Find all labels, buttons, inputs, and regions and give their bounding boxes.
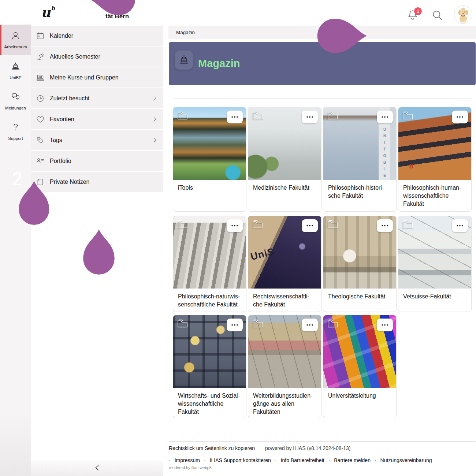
card-title: iTools	[173, 180, 246, 196]
separator: ·	[375, 457, 376, 463]
repository-chip	[175, 51, 193, 70]
notification-badge: 1	[414, 7, 422, 15]
sidebar-item-meine-kurse[interactable]: Meine Kurse und Gruppen	[31, 67, 163, 88]
footer-link-support[interactable]: ILIAS Support kontaktieren	[210, 457, 271, 463]
unibe-logo[interactable]: ub	[41, 4, 55, 20]
actions-menu-button[interactable]	[377, 319, 393, 331]
ellipsis-icon	[231, 223, 239, 228]
sidebar-item-portfolio[interactable]: Portfolio	[31, 151, 163, 171]
actions-menu-button[interactable]	[452, 111, 468, 123]
card-title: Universitätsleitung	[323, 388, 396, 404]
repo-card-rechtswissenschaftliche[interactable]: UniS Rechtswissenschaftliche Fakultät	[248, 216, 321, 312]
footer-link-nutzungsvereinbarung[interactable]: Nutzungsvereinbarung	[380, 457, 432, 463]
ellipsis-icon	[381, 322, 389, 328]
ellipsis-icon	[306, 223, 314, 228]
folder-icon	[177, 319, 188, 328]
repo-card-itools[interactable]: iTools	[173, 107, 246, 212]
card-image	[173, 216, 246, 289]
rail-item-meldungen[interactable]: Meldungen	[0, 86, 31, 116]
permalink-link[interactable]: Rechtsklick um Seitenlink zu kopieren	[169, 445, 255, 452]
chevron-left-icon	[93, 464, 101, 473]
card-title: Weiterbildungsstudiengänge aus allen Fak…	[248, 388, 321, 418]
actions-menu-button[interactable]	[302, 219, 318, 232]
logo-b-sup: b	[51, 5, 55, 12]
card-image	[398, 216, 471, 289]
question-mark-icon	[11, 122, 21, 134]
footer-links: · Impressum · ILIAS Support kontaktieren…	[169, 457, 432, 463]
actions-menu-button[interactable]	[227, 219, 243, 232]
repo-card-phil-historische[interactable]: UNITOBLER Philosophisch-historische Faku…	[323, 107, 397, 212]
powered-by-text: powered by ILIAS (v8.14 2024-08-13)	[265, 445, 350, 451]
repo-card-weiterbildung[interactable]: Weiterbildungsstudiengänge aus allen Fak…	[248, 315, 321, 418]
university-building-icon	[178, 54, 190, 67]
sidebar-item-aktuelles-semester[interactable]: Aktuelles Semester	[31, 47, 163, 67]
workspace-person-icon	[11, 31, 21, 42]
actions-menu-button[interactable]	[377, 219, 393, 232]
bell-icon	[406, 17, 419, 22]
desk-lamp-icon	[36, 52, 45, 61]
actions-menu-button[interactable]	[227, 111, 243, 123]
sidebar-item-private-notizen[interactable]: Private Notizen	[31, 172, 163, 192]
footer-link-barriere-melden[interactable]: Barriere melden	[334, 457, 371, 463]
repo-card-vetsuisse[interactable]: Vetsuisse-Fakultät	[398, 216, 472, 312]
chat-bubbles-icon	[11, 92, 21, 103]
repo-card-theologische[interactable]: Theologische Fakultät	[323, 216, 397, 312]
sidebar-item-zuletzt-besucht[interactable]: Zuletzt besucht	[31, 88, 163, 108]
card-title: Philosophisch-historische Fakultät	[323, 180, 396, 204]
actions-menu-button[interactable]	[302, 111, 318, 123]
card-title: Wirtschafts- und Sozialwissenschaftliche…	[173, 388, 246, 418]
actions-menu-button[interactable]	[377, 111, 393, 123]
note-icon	[36, 178, 45, 186]
user-avatar[interactable]	[454, 5, 473, 24]
actions-menu-button[interactable]	[452, 219, 468, 232]
logo-u: u	[41, 4, 51, 20]
repo-card-wirtschafts[interactable]: Wirtschafts- und Sozialwissenschaftliche…	[173, 315, 246, 418]
sidebar-panel: Kalender Aktuelles Semester Meine Kurse …	[31, 24, 163, 476]
separator: ·	[328, 457, 330, 463]
rendered-by-text: rendered by ilias-webp5	[169, 465, 212, 470]
repo-card-phil-naturwis[interactable]: Philosophisch-naturwissenschaftliche Fak…	[173, 216, 246, 312]
sidebar-item-tags[interactable]: Tags	[31, 130, 163, 150]
rail-item-support[interactable]: Support	[0, 116, 31, 146]
chevron-right-icon	[152, 95, 158, 101]
footer-link-barrierefreiheit[interactable]: Info Barrierefreiheit	[281, 457, 324, 463]
actions-menu-button[interactable]	[227, 319, 243, 331]
folder-icon	[327, 319, 338, 328]
sidebar-item-kalender[interactable]: Kalender	[31, 26, 163, 46]
card-image: UniS	[248, 216, 321, 289]
rail-item-unibe[interactable]: UniBE	[0, 56, 31, 85]
card-image: UNITOBLER	[323, 107, 396, 180]
courses-groups-icon	[36, 73, 45, 82]
chevron-right-icon	[152, 116, 158, 122]
tag-icon	[36, 136, 45, 145]
card-image	[248, 315, 321, 388]
repo-card-universitaetsleitung[interactable]: Universitätsleitung	[323, 315, 397, 418]
card-row-3: Wirtschafts- und Sozialwissenschaftliche…	[173, 315, 397, 418]
footer-link-impressum[interactable]: Impressum	[175, 457, 200, 463]
ellipsis-icon	[231, 114, 239, 120]
separator: ·	[275, 457, 277, 463]
page-banner: Magazin	[169, 42, 476, 85]
rail-item-arbeitsraum[interactable]: Arbeitsraum	[0, 25, 31, 55]
card-title: Theologische Fakultät	[323, 289, 396, 305]
search-icon	[431, 17, 444, 23]
repo-card-medizinische[interactable]: Medizinische Fakultät	[248, 107, 321, 212]
card-title: Rechtswissenschaftliche Fakultät	[248, 289, 321, 312]
building-lettering: UniS	[249, 246, 275, 263]
sidebar-collapse-button[interactable]	[31, 460, 163, 476]
repo-card-phil-human[interactable]: 8 Philosophisch-humanwissenschaftliche F…	[398, 107, 472, 212]
portfolio-icon	[36, 157, 45, 166]
ellipsis-icon	[456, 114, 464, 120]
clock-icon	[36, 94, 45, 103]
card-title: Philosophisch-naturwissenschaftliche Fak…	[173, 289, 246, 312]
card-image	[173, 315, 246, 388]
search-button[interactable]	[431, 9, 445, 23]
folder-icon	[252, 111, 263, 120]
top-header: ub tät Bern 1	[0, 0, 476, 24]
ellipsis-icon	[231, 322, 239, 328]
university-building-icon	[11, 62, 21, 73]
ellipsis-icon	[381, 223, 389, 228]
folder-icon	[402, 111, 413, 120]
actions-menu-button[interactable]	[302, 319, 318, 331]
sidebar-item-favoriten[interactable]: Favoriten	[31, 109, 163, 129]
